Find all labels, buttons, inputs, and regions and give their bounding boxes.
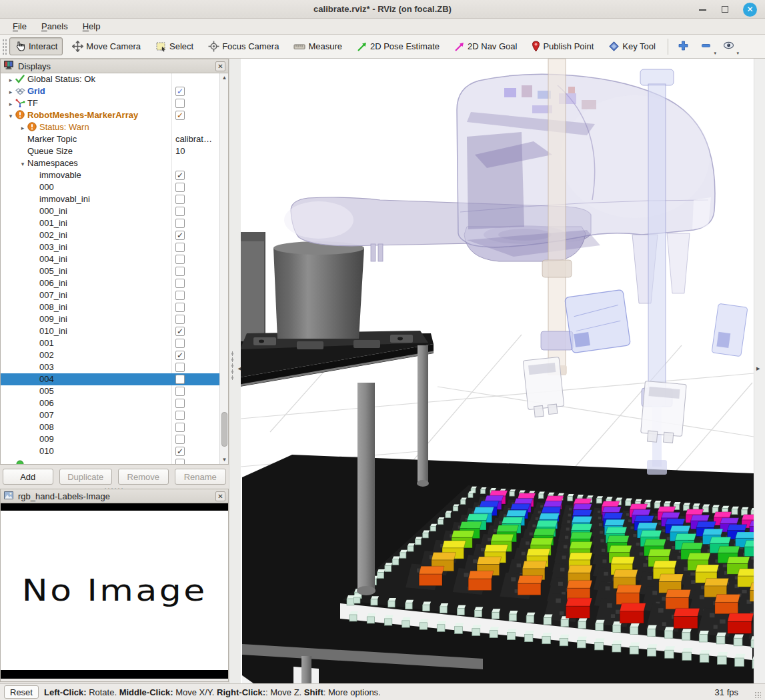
tree-row-checkbox[interactable] <box>175 375 185 384</box>
tree-row-checkbox[interactable] <box>175 423 185 432</box>
tree-collapsed-icon[interactable]: ▸ <box>18 122 27 134</box>
tree-row-checkbox[interactable] <box>175 339 185 348</box>
tree-row-checkbox[interactable] <box>175 315 185 324</box>
add-button[interactable]: Add <box>3 469 53 485</box>
tool-minus-icon[interactable]: ▾ <box>698 37 715 56</box>
tool-plus-icon[interactable] <box>675 37 692 56</box>
tree-row-checkbox[interactable] <box>175 255 185 264</box>
tree-row[interactable]: Marker Topiccalibrat… <box>1 133 228 145</box>
tree-row[interactable]: ▸TF <box>1 97 228 109</box>
tree-collapsed-icon[interactable]: ▸ <box>6 74 15 86</box>
tree-row-value[interactable]: calibrat… <box>175 133 212 145</box>
tree-row[interactable]: 000 <box>1 181 228 193</box>
tree-row-checkbox[interactable] <box>175 267 185 276</box>
tool-publish-point[interactable]: Publish Point <box>526 37 599 55</box>
tool-move-camera[interactable]: Move Camera <box>67 37 146 55</box>
tool-eye-icon[interactable]: ▾ <box>720 37 738 56</box>
tree-row-checkbox[interactable] <box>175 207 185 216</box>
scroll-up-icon[interactable]: ▲ <box>220 73 229 82</box>
scrollbar-thumb[interactable] <box>221 412 227 447</box>
scroll-down-icon[interactable]: ▼ <box>220 455 229 464</box>
tree-row[interactable]: 009_ini <box>1 313 228 325</box>
tool-key-tool[interactable]: Key Tool <box>603 37 661 55</box>
tool-select[interactable]: Select <box>150 37 199 55</box>
tree-row[interactable]: 009 <box>1 433 228 445</box>
tree-scrollbar[interactable]: ▲▼ <box>219 73 228 464</box>
menu-help[interactable]: Help <box>77 20 107 33</box>
tree-collapsed-icon[interactable]: ▸ <box>6 86 15 98</box>
tool-2d-nav-goal[interactable]: 2D Nav Goal <box>449 38 522 55</box>
tree-row-checkbox[interactable] <box>175 243 185 252</box>
menu-panels[interactable]: Panels <box>35 20 74 33</box>
tree-row[interactable]: ▸Grid✓ <box>1 85 228 97</box>
tree-row-checkbox[interactable] <box>175 195 185 204</box>
left-splitter-grip[interactable] <box>231 351 233 381</box>
3d-viewport[interactable] <box>241 59 754 683</box>
splitter-handle[interactable]: ······ <box>0 486 229 490</box>
tree-row-checkbox[interactable] <box>175 411 185 420</box>
tree-row[interactable]: 003 <box>1 361 228 373</box>
tree-row[interactable]: 001 <box>1 337 228 349</box>
tree-row[interactable]: 010✓ <box>1 445 228 457</box>
tree-row[interactable]: 006 <box>1 397 228 409</box>
duplicate-button[interactable]: Duplicate <box>59 469 112 485</box>
remove-button[interactable]: Remove <box>118 469 169 485</box>
tree-row-checkbox[interactable] <box>175 99 185 108</box>
dropdown-caret-icon[interactable]: ▾ <box>736 51 739 56</box>
tree-row[interactable]: 005_ini <box>1 265 228 277</box>
dropdown-caret-icon[interactable]: ▾ <box>714 51 716 56</box>
displays-panel-header[interactable]: Displays ✕ <box>0 59 229 73</box>
tree-row[interactable]: immovabl_ini <box>1 193 228 205</box>
tree-row[interactable]: Queue Size10 <box>1 145 228 157</box>
tree-row[interactable]: 002✓ <box>1 349 228 361</box>
left-splitter[interactable]: ◂ <box>229 59 241 683</box>
tree-row-checkbox[interactable]: ✓ <box>175 327 185 336</box>
tree-row[interactable]: 006_ini <box>1 277 228 289</box>
tree-row-checkbox[interactable] <box>175 183 185 192</box>
tree-row-checkbox[interactable]: ✓ <box>175 171 185 180</box>
tree-row-checkbox[interactable]: ✓ <box>175 231 185 240</box>
reset-button[interactable]: Reset <box>4 685 39 699</box>
tree-expanded-icon[interactable]: ▾ <box>6 110 15 122</box>
tree-row-checkbox[interactable] <box>175 387 185 396</box>
tree-row-checkbox[interactable]: ✓ <box>175 87 185 96</box>
tree-row[interactable]: 010_ini✓ <box>1 325 228 337</box>
tree-row[interactable]: 007 <box>1 409 228 421</box>
tree-row-checkbox[interactable] <box>175 279 185 288</box>
tree-row[interactable]: 003_ini <box>1 241 228 253</box>
maximize-button[interactable] <box>718 3 732 16</box>
tree-row-checkbox[interactable] <box>175 303 185 312</box>
tree-row-checkbox[interactable] <box>175 219 185 228</box>
tree-row-checkbox[interactable] <box>175 399 185 408</box>
tree-row[interactable]: 004_ini <box>1 253 228 265</box>
tree-row-checkbox[interactable] <box>175 363 185 372</box>
tree-row[interactable]: ▾RobotMeshes-MarkerArray✓ <box>1 109 228 121</box>
tool-measure[interactable]: Measure <box>288 38 347 55</box>
image-panel-close-icon[interactable]: ✕ <box>215 491 225 501</box>
tree-collapsed-icon[interactable]: ▸ <box>6 98 15 110</box>
tree-row[interactable]: 000_ini <box>1 205 228 217</box>
tree-row-checkbox[interactable]: ✓ <box>175 111 185 120</box>
collapse-right-icon[interactable]: ▸ <box>756 364 760 373</box>
tool-2d-pose-estimate[interactable]: 2D Pose Estimate <box>351 38 445 55</box>
tree-row-checkbox[interactable] <box>175 459 185 465</box>
tree-row-checkbox[interactable]: ✓ <box>175 447 185 456</box>
tree-row[interactable]: 005 <box>1 385 228 397</box>
tree-row[interactable]: ▸Status: Warn <box>1 121 228 133</box>
tree-row[interactable]: 008_ini <box>1 301 228 313</box>
tree-row-checkbox[interactable] <box>175 291 185 300</box>
displays-close-icon[interactable]: ✕ <box>215 61 225 71</box>
tree-expanded-icon[interactable]: ▾ <box>18 158 27 170</box>
tree-row[interactable]: immovable✓ <box>1 169 228 181</box>
right-splitter[interactable]: ▸ <box>754 59 765 683</box>
tree-row-checkbox[interactable]: ✓ <box>175 351 185 360</box>
tree-row-checkbox[interactable] <box>175 435 185 444</box>
tree-row[interactable]: ▾Namespaces <box>1 157 228 169</box>
resize-grip[interactable] <box>754 691 761 698</box>
tree-row-selected[interactable]: 004 <box>1 373 228 385</box>
tree-row[interactable]: 002_ini✓ <box>1 229 228 241</box>
titlebar[interactable]: calibrate.rviz* - RViz (on focal.ZB) ✕ <box>0 0 765 19</box>
displays-tree[interactable]: ▸Global Status: Ok▸Grid✓▸TF▾RobotMeshes-… <box>0 73 229 465</box>
close-button[interactable]: ✕ <box>743 3 757 17</box>
tree-row-value[interactable]: 10 <box>175 145 185 157</box>
